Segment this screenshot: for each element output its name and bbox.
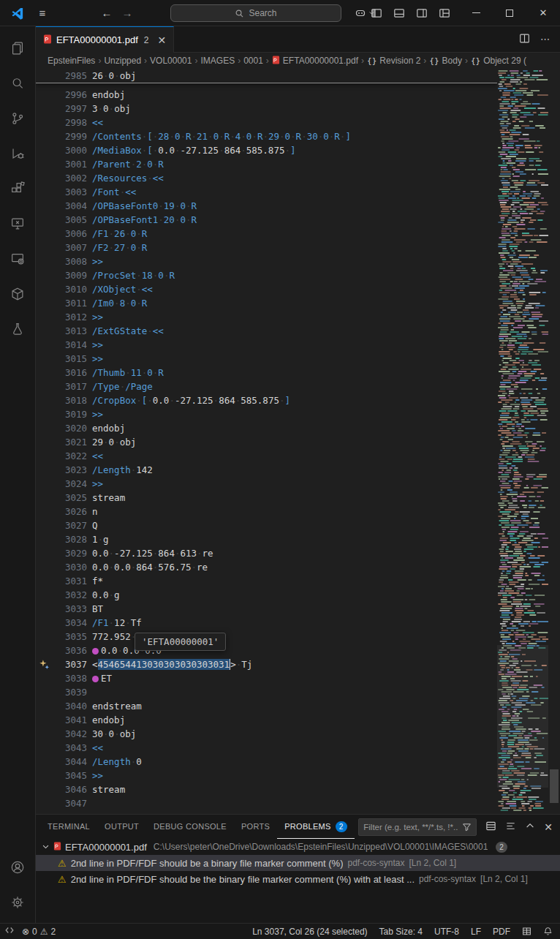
chevron-down-icon[interactable]: [42, 842, 50, 853]
problems-summary[interactable]: ⊗ 0 ⚠ 2: [22, 927, 56, 937]
line-number[interactable]: 3016: [55, 366, 87, 380]
source-control-icon[interactable]: [0, 101, 35, 136]
status-editor-status-icon[interactable]: [522, 927, 531, 936]
panel-tab-output[interactable]: OUTPUT: [97, 815, 146, 839]
line-content[interactable]: <<: [87, 116, 103, 129]
line-number[interactable]: 3007: [55, 241, 87, 254]
scrollbar-thumb[interactable]: [550, 769, 559, 803]
line-number[interactable]: 3032: [55, 588, 87, 602]
code-line[interactable]: 3038ET: [36, 671, 497, 685]
breadcrumb-item[interactable]: EFTA00000001.pdf: [272, 56, 358, 67]
line-number[interactable]: 3006: [55, 227, 87, 241]
line-number[interactable]: 2996: [55, 88, 87, 102]
line-number[interactable]: 2998: [55, 116, 87, 129]
line-number[interactable]: 3036: [55, 644, 87, 657]
breadcrumb-item[interactable]: {}Body: [429, 56, 462, 66]
toggle-secondary-sidebar-icon[interactable]: [413, 4, 431, 22]
code-line[interactable]: 3013/ExtGState·<<: [36, 324, 497, 338]
problem-row[interactable]: ⚠2nd line in PDF/FDF should be the binar…: [36, 871, 560, 887]
line-content[interactable]: endstream: [87, 699, 142, 713]
tab-close-icon[interactable]: ✕: [157, 34, 166, 46]
line-content[interactable]: >>: [87, 407, 103, 421]
line-number[interactable]: 3000: [55, 143, 87, 157]
line-content[interactable]: /Length·142: [87, 463, 153, 477]
line-number[interactable]: 3037: [55, 657, 87, 671]
line-number[interactable]: 3040: [55, 699, 87, 713]
code-line[interactable]: 30360.0·0.0·0.0: [36, 644, 497, 657]
line-content[interactable]: endobj: [87, 421, 125, 435]
line-number[interactable]: 3001: [55, 157, 87, 171]
line-content[interactable]: stream: [87, 491, 125, 505]
code-line[interactable]: 3031f*: [36, 574, 497, 588]
collapse-all-icon[interactable]: [505, 821, 516, 834]
code-line[interactable]: 3012>>: [36, 310, 497, 324]
code-line[interactable]: 3043<<: [36, 741, 497, 755]
settings-icon[interactable]: [0, 885, 35, 920]
line-number[interactable]: 3011: [55, 296, 87, 310]
line-content[interactable]: /F1·26·0·R: [87, 227, 147, 241]
split-editor-icon[interactable]: [519, 33, 530, 46]
line-number[interactable]: 3038: [55, 671, 87, 685]
line-content[interactable]: ET: [87, 671, 112, 685]
breadcrumb-item[interactable]: EpsteinFiles: [48, 56, 95, 66]
line-number[interactable]: 3015: [55, 352, 87, 366]
line-number[interactable]: 3021: [55, 435, 87, 449]
breadcrumb-item[interactable]: Unzipped: [104, 56, 141, 66]
maximize-panel-icon[interactable]: [525, 821, 535, 833]
line-number[interactable]: 3046: [55, 782, 87, 796]
line-number[interactable]: 2997: [55, 102, 87, 116]
panel-tab-debug-console[interactable]: DEBUG CONSOLE: [146, 815, 234, 839]
line-number[interactable]: 2985: [55, 69, 87, 83]
code-line[interactable]: 3001/Parent·2·0·R: [36, 157, 497, 171]
tab-efta-pdf[interactable]: EFTA00000001.pdf 2 ✕: [36, 26, 174, 53]
toggle-primary-sidebar-icon[interactable]: [368, 4, 385, 22]
line-number[interactable]: 3018: [55, 393, 87, 407]
code-line[interactable]: 2999/Contents·[·28·0·R·21·0·R·4·0·R·29·0…: [36, 129, 497, 143]
line-content[interactable]: >>: [87, 477, 103, 491]
panel-tab-terminal[interactable]: TERMINAL: [40, 815, 97, 839]
remote-indicator-icon[interactable]: [4, 925, 15, 938]
status-notifications-bell[interactable]: [543, 927, 553, 936]
line-number[interactable]: 3014: [55, 338, 87, 352]
line-number[interactable]: 3039: [55, 685, 87, 699]
maximize-button[interactable]: [493, 0, 526, 26]
line-number[interactable]: 3020: [55, 421, 87, 435]
panel-tab-problems[interactable]: PROBLEMS2: [277, 815, 355, 839]
line-content[interactable]: [87, 796, 92, 810]
search-icon[interactable]: [0, 66, 35, 101]
line-number[interactable]: 3044: [55, 755, 87, 769]
line-number[interactable]: 3023: [55, 463, 87, 477]
breadcrumb-item[interactable]: 0001: [243, 56, 263, 66]
code-line[interactable]: 298526·0·obj: [36, 69, 497, 83]
line-content[interactable]: 29·0·obj: [87, 435, 136, 449]
line-content[interactable]: 1·g: [87, 532, 109, 546]
line-content[interactable]: /Parent·2·0·R: [87, 157, 164, 171]
testing-icon[interactable]: [0, 312, 35, 347]
line-number[interactable]: 3041: [55, 713, 87, 727]
line-content[interactable]: /MediaBox·[·0.0·-27.125·864·585.875·]: [87, 143, 296, 157]
line-content[interactable]: Q: [87, 518, 98, 532]
line-number[interactable]: 3017: [55, 380, 87, 393]
code-line[interactable]: 3010/XObject·<<: [36, 282, 497, 296]
line-number[interactable]: 3024: [55, 477, 87, 491]
close-panel-icon[interactable]: ✕: [544, 821, 553, 833]
status-eol[interactable]: LF: [471, 927, 481, 937]
minimap[interactable]: [497, 69, 548, 814]
code-line[interactable]: 3040endstream: [36, 699, 497, 713]
code-line[interactable]: 3045>>: [36, 769, 497, 782]
line-content[interactable]: /F2·27·0·R: [87, 241, 147, 254]
line-content[interactable]: /Contents·[·28·0·R·21·0·R·4·0·R·29·0·R·3…: [87, 129, 351, 143]
line-number[interactable]: 3028: [55, 532, 87, 546]
line-content[interactable]: 0.0·-27.125·864·613·re: [87, 546, 213, 560]
code-line[interactable]: 3009/ProcSet·18·0·R: [36, 268, 497, 282]
code-line[interactable]: 30300.0·0.0·864·576.75·re: [36, 560, 497, 574]
line-number[interactable]: 3045: [55, 769, 87, 782]
line-content[interactable]: [87, 685, 92, 699]
problem-row[interactable]: ⚠2nd line in PDF/FDF should be a binary …: [36, 855, 560, 871]
line-number[interactable]: 3012: [55, 310, 87, 324]
line-content[interactable]: /Type·/Page: [87, 380, 153, 393]
code-line[interactable]: 3039: [36, 685, 497, 699]
nav-back-icon[interactable]: ←: [97, 0, 117, 26]
code-line[interactable]: 3025stream: [36, 491, 497, 505]
panel-tab-ports[interactable]: PORTS: [234, 815, 277, 839]
